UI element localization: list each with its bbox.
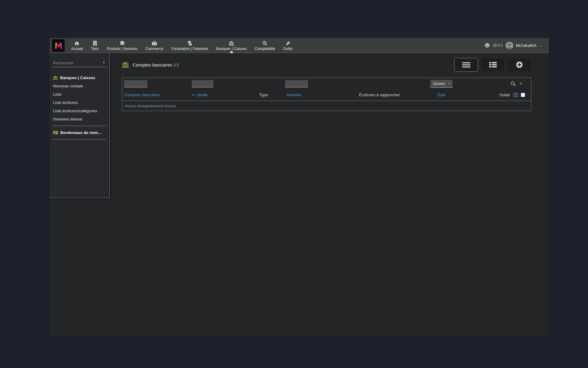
navbar-right-group: 18.0.1 MrZaKaRiA ⌄ [485,42,549,49]
th-list-icon [489,62,497,67]
empty-result-text: Aucun enregistrement trouvé [125,104,176,108]
search-dollar-icon: $ [262,40,267,46]
svg-text:$: $ [264,41,266,44]
nav-item-label: Banques | Caisses [216,47,247,51]
sidebar-separator [53,126,106,126]
sidebar-item-liste[interactable]: Liste [53,92,106,97]
nav-item-commerce[interactable]: Commerce [141,38,168,53]
money-check-icon [53,131,58,135]
building-icon [93,40,97,46]
top-navbar: Accueil Tiers Produits | Services Commer… [50,38,549,53]
nav-item-label: Outils [283,47,293,51]
plus-circle-icon [516,61,523,68]
column-header-libelle[interactable]: Libellé [196,93,208,97]
column-header-etat[interactable]: État [438,93,445,97]
column-header-comptes-bancaires[interactable]: Comptes bancaires [124,93,160,97]
cube-icon [120,40,125,46]
sidebar-section-bordereaux[interactable]: Bordereaux de remi… [53,130,106,135]
app-window: Accueil Tiers Produits | Services Commer… [50,38,549,335]
sidebar-item-nouveau-compte[interactable]: Nouveau compte [53,84,106,88]
hamburger-icon [462,62,470,67]
page-title-group: Comptes bancaires (0) [122,62,179,68]
wrench-icon [285,40,290,46]
bank-accounts-table: Ouvert ▼ × Comptes bancaires ▼Libellé Ty… [122,78,531,111]
filter-account-input[interactable] [124,80,147,87]
nav-item-label: Tiers [91,47,99,51]
bank-icon [53,76,58,80]
column-header-solde: Solde [499,93,510,97]
nav-item-label: Comptabilité [255,47,275,51]
select-caret-icon: ▼ [448,82,451,85]
sort-desc-icon[interactable]: ▼ [192,94,194,97]
logo-m-icon [53,40,64,51]
home-icon [74,40,79,46]
version-label: 18.0.1 [492,43,503,48]
app-logo[interactable] [52,39,65,52]
search-icon[interactable] [511,81,516,86]
content-header: Comptes bancaires (0) [122,58,531,72]
view-toolbar [454,58,531,72]
active-menu-caret [229,51,234,53]
briefcase-icon [152,40,157,46]
nav-item-comptabilite[interactable]: $ Comptabilité [251,38,279,53]
filter-number-input[interactable] [285,80,308,87]
nav-item-accueil[interactable]: Accueil [67,38,87,53]
sidebar-item-liste-ecritures[interactable]: Liste écritures [53,100,106,105]
chevron-down-icon[interactable]: ⌄ [539,44,542,48]
bank-icon [229,40,234,46]
left-sidebar: ▼ Banques | Caisses Nouveau compte Liste… [50,53,110,198]
select-all-checkbox[interactable] [521,93,525,97]
search-input[interactable] [53,61,106,65]
sidebar-item-liste-ecritures-categories[interactable]: Liste écritures/catégories [53,109,106,113]
nav-item-banques-caisses[interactable]: Banques | Caisses [212,38,251,53]
filter-row: Ouvert ▼ × [122,78,531,89]
search-dropdown-caret-icon[interactable]: ▼ [102,61,105,64]
sidebar-section-banques-caisses[interactable]: Banques | Caisses [53,75,106,80]
nav-item-facturation-paiement[interactable]: Facturation | Paiement [167,38,212,53]
coins-icon [187,40,192,46]
detail-view-button[interactable] [481,58,505,72]
bank-icon [122,62,129,68]
print-icon[interactable] [485,43,490,48]
nav-item-produits-services[interactable]: Produits | Services [103,38,141,53]
filter-label-input[interactable] [192,80,213,87]
avatar[interactable] [506,42,513,49]
nav-item-label: Commerce [145,47,164,51]
nav-item-tiers[interactable]: Tiers [87,38,103,53]
column-header-ecritures-a-rapprocher: Écritures à rapprocher [359,93,400,97]
table-header-row: Comptes bancaires ▼Libellé Type Numéro É… [122,89,531,101]
sidebar-section-title: Bordereaux de remi… [60,130,102,135]
status-select-value: Ouvert [433,81,445,86]
record-count: (0) [173,62,179,67]
nav-item-outils[interactable]: Outils [279,38,297,53]
sidebar-section-title: Banques | Caisses [60,75,95,80]
list-view-button[interactable] [454,58,478,72]
add-account-button[interactable] [507,58,531,72]
nav-item-label: Produits | Services [107,47,138,51]
empty-result-row: Aucun enregistrement trouvé [122,101,531,111]
sidebar-separator [53,139,106,140]
page-title: Comptes bancaires (0) [133,62,179,67]
username-label[interactable]: MrZaKaRiA [516,43,537,48]
nav-item-label: Facturation | Paiement [171,47,208,51]
sidebar-search[interactable]: ▼ [53,60,106,67]
select-columns-icon[interactable] [513,93,518,97]
nav-item-label: Accueil [71,47,83,51]
sidebar-item-virement-interne[interactable]: Virement interne [53,117,106,121]
status-select[interactable]: Ouvert ▼ [430,80,453,88]
column-header-numero[interactable]: Numéro [287,93,301,97]
column-header-type: Type [259,93,268,97]
clear-filters-icon[interactable]: × [519,81,522,86]
